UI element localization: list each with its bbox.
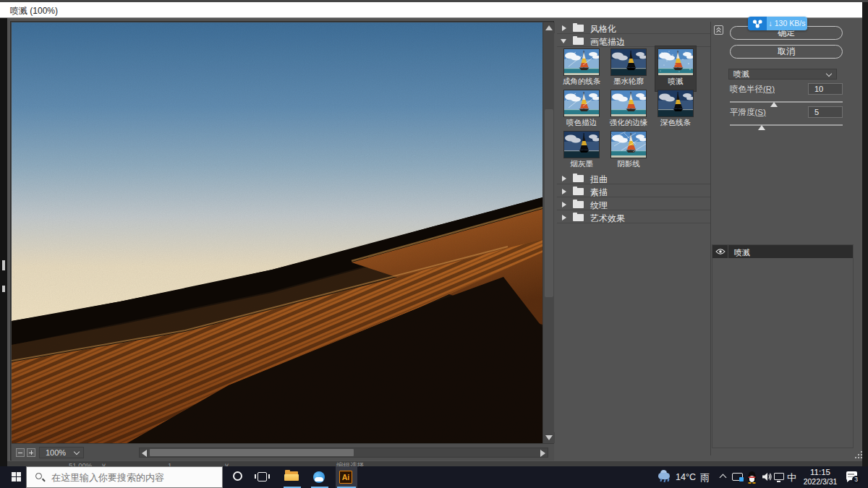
- search-icon: [35, 473, 42, 479]
- background-right-edge: [862, 2, 868, 466]
- category-stylize[interactable]: 风格化: [557, 22, 710, 34]
- filter-thumb-crosshatch[interactable]: 阴影线: [608, 132, 649, 169]
- filter-thumb-label: 阴影线: [608, 159, 649, 169]
- weather-widget[interactable]: 14°C 雨: [657, 466, 715, 488]
- plus-icon-v: [31, 450, 33, 455]
- preview-bottom-bar: 100%: [12, 443, 554, 461]
- filter-thumb-sprayed-strokes[interactable]: 喷色描边: [561, 90, 602, 128]
- filter-thumbnail-image: [564, 132, 599, 158]
- filter-thumbnail-image: [611, 90, 646, 116]
- left-arrow-icon: [142, 450, 147, 457]
- filter-thumb-accented-edges[interactable]: 强化的边缘: [608, 90, 649, 128]
- collapse-panel-button[interactable]: [714, 25, 723, 35]
- resize-grip[interactable]: [855, 451, 862, 458]
- clock-time: 11:15: [799, 468, 842, 477]
- vertical-scroll-thumb[interactable]: [545, 109, 553, 297]
- notification-center-button[interactable]: 3: [842, 466, 865, 488]
- dialog-titlebar[interactable]: 喷溅 (100%): [0, 2, 862, 18]
- ime-indicator[interactable]: 中: [786, 466, 799, 488]
- folder-icon: [573, 25, 584, 32]
- filter-thumbnail-image: [564, 90, 599, 116]
- collapsed-arrow-icon: [562, 189, 566, 194]
- collapsed-arrow-icon: [562, 202, 566, 207]
- category-label: 素描: [590, 187, 608, 199]
- taskbar-search[interactable]: [26, 466, 223, 488]
- clock-widget[interactable]: 11:15 2022/3/31: [799, 466, 842, 488]
- cancel-button[interactable]: 取消: [730, 45, 843, 59]
- smoothness-slider[interactable]: [730, 124, 843, 126]
- zoom-in-button[interactable]: [27, 448, 35, 457]
- preview-image-dune[interactable]: [12, 22, 542, 443]
- panel-divider[interactable]: [710, 22, 711, 455]
- category-sketch[interactable]: 素描: [557, 185, 710, 197]
- filter-thumb-label: 深色线条: [655, 118, 696, 128]
- category-brush-strokes[interactable]: 画笔描边: [557, 35, 710, 47]
- slider-thumb[interactable]: [758, 125, 765, 130]
- folder-icon: [573, 188, 584, 195]
- artboard-number[interactable]: 1: [168, 461, 171, 466]
- spray-radius-input[interactable]: 10: [808, 83, 843, 95]
- category-artistic[interactable]: 艺术效果: [557, 211, 710, 223]
- netdisk-speed-overlay[interactable]: ↓ 130 KB/s: [748, 17, 807, 30]
- spray-radius-label: 喷色半径R: [730, 84, 775, 95]
- qq-browser-icon: [313, 471, 325, 483]
- category-texture[interactable]: 纹理: [557, 198, 710, 210]
- preview-horizontal-scrollbar[interactable]: [139, 448, 548, 458]
- zoom-level-select[interactable]: 100%: [39, 447, 84, 458]
- spray-radius-slider[interactable]: [730, 101, 843, 103]
- file-explorer-button[interactable]: [282, 466, 302, 488]
- current-tool-name: 编组选择: [336, 461, 364, 466]
- effect-layer-row-spatter[interactable]: 喷溅: [712, 245, 853, 258]
- filter-dialog: 100% 风格化 画笔描边: [7, 18, 862, 461]
- filter-thumb-label: 成角的线条: [561, 77, 602, 87]
- eye-icon: [715, 248, 726, 255]
- filter-thumb-dark-strokes[interactable]: 深色线条: [655, 90, 696, 128]
- minus-icon: [18, 453, 22, 454]
- horizontal-scroll-thumb[interactable]: [150, 449, 354, 456]
- smoothness-input[interactable]: 5: [808, 106, 843, 118]
- task-view-icon: [258, 472, 267, 481]
- filter-thumb-spatter-selected[interactable]: 喷溅: [655, 46, 696, 91]
- collapsed-arrow-icon: [562, 25, 566, 31]
- volume-tray-button[interactable]: [760, 466, 774, 488]
- filter-thumbnail-image: [564, 49, 599, 75]
- qq-browser-button[interactable]: [310, 466, 330, 488]
- filter-thumb-sumi-e[interactable]: 烟灰墨: [561, 132, 602, 169]
- qq-tray-button[interactable]: [745, 466, 760, 488]
- windows-logo-icon: [17, 477, 21, 481]
- search-input[interactable]: [51, 467, 218, 487]
- scroll-down-button[interactable]: [543, 432, 555, 443]
- double-chevron-up-icon: [715, 26, 723, 34]
- chevron-icon: ∨: [224, 461, 229, 466]
- cortana-button[interactable]: [229, 466, 247, 488]
- illustrator-button-active[interactable]: Ai: [336, 466, 357, 488]
- category-distort[interactable]: 扭曲: [557, 172, 710, 184]
- weather-rain-icon: [657, 469, 673, 481]
- slider-thumb[interactable]: [770, 102, 778, 107]
- filter-thumb-angled-strokes[interactable]: 成角的线条: [561, 49, 602, 87]
- filter-dropdown[interactable]: 喷溅: [728, 69, 837, 80]
- cortana-icon: [233, 471, 242, 481]
- download-speed-text: ↓ 130 KB/s: [767, 17, 807, 30]
- start-button[interactable]: [7, 466, 26, 488]
- zoom-out-button[interactable]: [16, 448, 25, 457]
- preview-vertical-scrollbar[interactable]: [542, 22, 554, 443]
- windows-taskbar: Ai 14°C 雨: [0, 466, 868, 488]
- applied-effects-list: 喷溅: [712, 244, 854, 448]
- dialog-title: 喷溅 (100%): [10, 5, 58, 17]
- network-tray-button[interactable]: [773, 466, 787, 488]
- background-toolbar-mark: [2, 286, 5, 292]
- app-zoom-value[interactable]: 51.00%: [69, 461, 92, 466]
- filter-thumb-ink-outlines[interactable]: 墨水轮廓: [608, 49, 649, 87]
- scroll-up-button[interactable]: [543, 22, 555, 33]
- windows-logo-icon: [12, 472, 16, 476]
- category-label: 风格化: [590, 23, 616, 35]
- filter-thumb-label: 烟灰墨: [561, 159, 602, 169]
- task-view-button[interactable]: [253, 466, 272, 488]
- download-arrow-icon: ↓: [769, 19, 773, 27]
- visibility-toggle[interactable]: [712, 245, 728, 258]
- cast-tray-button[interactable]: [731, 466, 746, 488]
- tray-expand-button[interactable]: [718, 466, 731, 488]
- filter-thumbnail-image: [611, 132, 646, 158]
- weather-temp: 14°C: [676, 472, 696, 482]
